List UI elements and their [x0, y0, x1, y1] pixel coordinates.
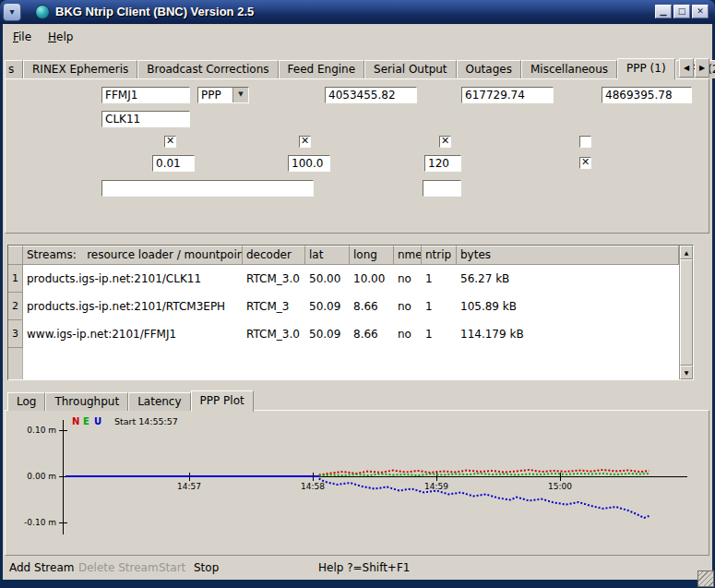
cell-long: 8.66	[350, 320, 394, 348]
cell-decoder: RTCM_3	[243, 293, 305, 320]
cell-long: 8.66	[350, 293, 394, 320]
svg-text:0.00 m: 0.00 m	[27, 472, 56, 481]
tab-rinex-ephemeris[interactable]: RINEX Ephemeris	[23, 60, 137, 78]
table-row[interactable]: 2 products.igs-ip.net:2101/RTCM3EPH RTCM…	[8, 293, 693, 320]
svg-text:14:57: 14:57	[177, 482, 201, 491]
cell-nmea: no	[394, 320, 422, 348]
row-number: 3	[8, 320, 23, 348]
app-icon	[35, 5, 50, 19]
table-row[interactable]: 3 www.igs-ip.net:2101/FFMJ1 RTCM_3.0 50.…	[8, 320, 693, 348]
tab-ppp-plot[interactable]: PPP Plot	[191, 390, 254, 412]
col-header-bytes[interactable]: bytes	[457, 246, 679, 265]
corner-header-cell	[8, 246, 23, 265]
table-scrollbar[interactable]: ▲ ▼	[679, 246, 693, 379]
svg-text:N: N	[72, 416, 79, 426]
cell-ntrip: 1	[422, 265, 457, 293]
tab-broadcast-corrections[interactable]: Broadcast Corrections	[137, 60, 278, 78]
maximize-icon: □	[678, 6, 686, 16]
svg-text:14:59: 14:59	[424, 482, 448, 491]
table-row[interactable]: 1 products.igs-ip.net:2101/CLK11 RTCM_3.…	[8, 265, 693, 293]
menu-file[interactable]: File	[7, 29, 37, 45]
cell-ntrip: 1	[422, 293, 457, 320]
use-galileo-checkbox[interactable]	[579, 136, 591, 148]
maximize-button[interactable]: □	[673, 5, 690, 18]
titlebar[interactable]: ▾ BKG Ntrip Client (BNC) Version 2.5 ▁ □…	[0, 0, 715, 24]
cell-lat: 50.09	[305, 293, 350, 320]
col-header-ntrip[interactable]: ntrip	[422, 246, 457, 265]
resize-grip[interactable]	[697, 570, 714, 587]
col-header-lat[interactable]: lat	[305, 246, 350, 265]
ppp-plot-chart: 0.10 m0.00 m-0.10 m14:5714:5814:5915:00N…	[11, 413, 703, 551]
add-stream-button[interactable]: Add Stream	[9, 561, 74, 574]
tab-ppp1[interactable]: PPP (1)	[617, 58, 675, 79]
cell-bytes: 105.89 kB	[457, 293, 679, 320]
estimate-tropo-checkbox[interactable]: ✕	[299, 136, 311, 148]
svg-text:Start 14:55:57: Start 14:55:57	[114, 416, 178, 426]
obs-mountpoint-field[interactable]: FFMJ1	[101, 87, 190, 103]
top-tab-bar: s RINEX Ephemeris Broadcast Corrections …	[5, 57, 715, 78]
window-title: BKG Ntrip Client (BNC) Version 2.5	[55, 5, 254, 18]
cell-bytes: 56.27 kB	[457, 265, 679, 293]
tab-feed-engine[interactable]: Feed Engine	[279, 60, 365, 78]
cell-lat: 50.00	[305, 265, 350, 293]
svg-text:-0.10 m: -0.10 m	[24, 518, 56, 527]
tab-outages[interactable]: Outages	[457, 60, 521, 78]
arrow-left-icon: ◀	[684, 64, 689, 72]
row-number: 2	[8, 293, 23, 320]
tab-latency[interactable]: Latency	[128, 392, 190, 411]
tab-partial[interactable]: s	[5, 60, 23, 78]
svg-text:15:00: 15:00	[548, 482, 572, 491]
cell-ntrip: 1	[422, 320, 457, 348]
arrow-right-icon: ▶	[699, 64, 705, 72]
tab-serial-output[interactable]: Serial Output	[364, 60, 456, 78]
minimize-icon: ▁	[661, 6, 667, 16]
cell-long: 10.00	[350, 265, 394, 293]
cell-mountpoint: products.igs-ip.net:2101/RTCM3EPH	[23, 293, 243, 320]
svg-text:E: E	[83, 416, 89, 426]
start-button[interactable]: Start	[159, 561, 185, 574]
corr-mountpoint-field[interactable]: CLK11	[101, 111, 190, 127]
quickstart-field[interactable]: 120	[424, 155, 461, 172]
close-button[interactable]: ✕	[692, 5, 709, 18]
tab-throughput[interactable]: Throughput	[45, 392, 128, 411]
tab-scroll-left-button[interactable]: ◀	[679, 58, 694, 78]
nmea-file-field[interactable]	[101, 180, 314, 197]
cell-lat: 50.09	[305, 320, 350, 348]
tab-scroll-right-button[interactable]: ▶	[695, 58, 709, 78]
z-coordinate-field[interactable]: 4869395.78	[602, 87, 692, 103]
chevron-down-icon: ▾	[9, 6, 14, 17]
sigma-xyz-init-field[interactable]: 0.01	[152, 155, 195, 172]
minimize-button[interactable]: ▁	[655, 5, 672, 18]
col-header-long[interactable]: long	[350, 246, 394, 265]
stop-button[interactable]: Stop	[194, 561, 219, 574]
delete-stream-button[interactable]: Delete Stream	[78, 561, 159, 574]
menu-help[interactable]: Help	[42, 29, 78, 45]
window-menu-button[interactable]: ▾	[3, 3, 21, 21]
ppp-plot-checkbox[interactable]: ✕	[579, 157, 591, 169]
col-header-mountpoint[interactable]: Streams: resource loader / mountpoint	[23, 246, 243, 265]
nmea-port-field[interactable]	[423, 180, 461, 197]
arrow-down-icon: ▼	[685, 369, 689, 376]
cell-mountpoint: www.igs-ip.net:2101/FFMJ1	[23, 320, 243, 348]
use-glonass-checkbox[interactable]: ✕	[439, 136, 451, 148]
scroll-up-button[interactable]: ▲	[680, 246, 693, 259]
y-coordinate-field[interactable]: 617729.74	[461, 87, 554, 103]
tab-log[interactable]: Log	[7, 392, 45, 411]
arrow-up-icon: ▲	[685, 249, 689, 256]
sigma-xyz-noise-field[interactable]: 100.0	[288, 155, 330, 172]
use-phase-obs-checkbox[interactable]: ✕	[164, 136, 176, 148]
col-header-nmea[interactable]: nmea	[394, 246, 422, 265]
svg-text:14:58: 14:58	[301, 482, 325, 491]
scrollbar-thumb[interactable]	[680, 259, 693, 366]
scroll-down-button[interactable]: ▼	[680, 366, 693, 379]
close-icon: ✕	[697, 6, 704, 16]
x-coordinate-field[interactable]: 4053455.82	[325, 87, 417, 103]
streams-table: Streams: resource loader / mountpoint de…	[7, 245, 694, 380]
app-window: ▾ BKG Ntrip Client (BNC) Version 2.5 ▁ □…	[0, 0, 715, 588]
chevron-down-icon[interactable]: ▼	[232, 88, 248, 102]
cell-decoder: RTCM_3.0	[243, 265, 305, 293]
cell-decoder: RTCM_3.0	[243, 320, 305, 348]
ppp-mode-select[interactable]: PPP ▼	[197, 87, 249, 103]
col-header-decoder[interactable]: decoder	[243, 246, 305, 265]
tab-miscellaneous[interactable]: Miscellaneous	[521, 60, 617, 78]
